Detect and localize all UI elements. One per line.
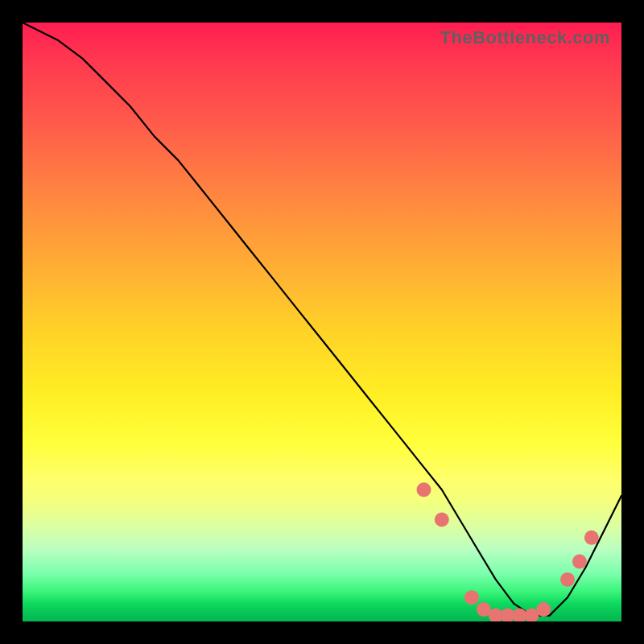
curve-marker-dot [560,572,575,587]
plot-area: TheBottleneck.com [23,23,621,621]
curve-marker-dot [572,555,587,569]
curve-marker-dot [536,602,551,617]
curve-marker-dot [584,530,599,545]
curve-markers [417,482,599,621]
chart-stage: TheBottleneck.com [0,0,644,644]
curve-marker-dot [464,590,479,605]
curve-marker-dot [435,513,449,527]
watermark-text: TheBottleneck.com [440,27,610,48]
bottleneck-curve [23,23,621,616]
curve-marker-dot [417,482,431,497]
curve-layer [23,23,621,621]
